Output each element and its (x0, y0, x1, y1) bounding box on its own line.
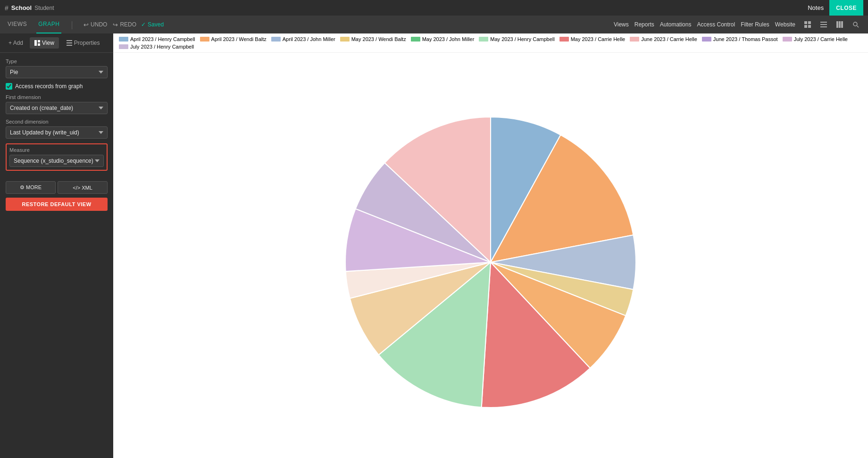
access-control-link[interactable]: Access Control (697, 21, 735, 28)
type-select[interactable]: Pie (6, 66, 108, 78)
legend-label: May 2023 / Henry Campbell (490, 36, 554, 42)
svg-rect-6 (820, 26, 827, 27)
first-dim-select[interactable]: Created on (create_date) (6, 102, 108, 114)
svg-rect-12 (34, 40, 37, 46)
grid-icon-button[interactable] (801, 18, 814, 31)
legend-color (783, 37, 792, 42)
school-name: School (11, 4, 32, 11)
columns-icon (836, 21, 843, 28)
sidebar-header: + Add View Properties (0, 33, 113, 53)
svg-rect-14 (38, 43, 40, 46)
legend-item: July 2023 / Carrie Helle (783, 36, 848, 42)
access-records-label: Access records from graph (15, 83, 83, 90)
list-icon-button[interactable] (817, 18, 830, 31)
search-icon-button[interactable] (849, 18, 862, 31)
search-icon (852, 21, 859, 28)
sidebar: + Add View Properties Type Pie (0, 33, 113, 458)
legend-item: June 2023 / Carrie Helle (630, 36, 697, 42)
svg-rect-8 (839, 21, 841, 28)
svg-rect-5 (820, 24, 827, 25)
chart-area: April 2023 / Henry CampbellApril 2023 / … (113, 33, 868, 458)
legend-item: April 2023 / John Miller (271, 36, 335, 42)
legend-label: April 2023 / John Miller (283, 36, 335, 42)
close-button[interactable]: CLOSE (829, 0, 863, 16)
measure-label: Measure (9, 147, 104, 153)
svg-rect-3 (808, 25, 811, 28)
svg-rect-17 (67, 45, 72, 46)
svg-point-10 (853, 22, 857, 26)
type-label: Type (6, 58, 108, 64)
legend-color (411, 37, 420, 42)
view-tab-button[interactable]: View (30, 37, 59, 49)
access-records-row: Access records from graph (6, 83, 108, 90)
access-records-checkbox[interactable] (6, 83, 12, 90)
svg-rect-13 (38, 40, 40, 42)
measure-select[interactable]: Sequence (x_studio_sequence) (9, 155, 104, 167)
legend-label: May 2023 / Carrie Helle (571, 36, 626, 42)
second-dim-group: Second dimension Last Updated by (write_… (6, 119, 108, 139)
filter-rules-link[interactable]: Filter Rules (741, 21, 769, 28)
toolbar-right: Views Reports Automations Access Control… (614, 18, 862, 31)
saved-indicator: ✓ Saved (141, 21, 164, 28)
legend-item: May 2023 / John Miller (411, 36, 475, 42)
legend-label: April 2023 / Henry Campbell (130, 36, 195, 42)
legend-color (340, 37, 350, 42)
legend-label: May 2023 / Wendi Baltz (351, 36, 406, 42)
svg-rect-7 (836, 21, 838, 28)
toolbar-actions: ↩ UNDO ↪ REDO ✓ Saved (83, 16, 164, 33)
tab-views[interactable]: VIEWS (6, 16, 29, 33)
more-button[interactable]: ⚙ MORE (6, 181, 56, 194)
add-button[interactable]: + Add (6, 38, 26, 48)
legend-item: May 2023 / Wendi Baltz (340, 36, 406, 42)
views-link[interactable]: Views (614, 21, 629, 28)
automations-link[interactable]: Automations (660, 21, 692, 28)
legend-color (200, 37, 209, 42)
legend-label: May 2023 / John Miller (422, 36, 475, 42)
svg-line-11 (857, 26, 859, 28)
legend-label: June 2023 / Carrie Helle (641, 36, 697, 42)
svg-rect-1 (808, 21, 811, 24)
legend-color (271, 37, 281, 42)
website-link[interactable]: Website (775, 21, 795, 28)
legend-item: May 2023 / Carrie Helle (559, 36, 626, 42)
top-bar: # School Student Notes CLOSE (0, 0, 868, 16)
legend: April 2023 / Henry CampbellApril 2023 / … (113, 33, 868, 53)
legend-item: May 2023 / Henry Campbell (479, 36, 554, 42)
legend-color (119, 37, 128, 42)
sidebar-content: Type Pie Access records from graph First… (0, 53, 113, 176)
divider: | (71, 20, 73, 30)
measure-section: Measure Sequence (x_studio_sequence) (6, 143, 108, 171)
undo-button[interactable]: ↩ UNDO (83, 16, 108, 33)
legend-color (559, 37, 569, 42)
restore-button[interactable]: RESTORE DEFAULT VIEW (6, 198, 108, 211)
reports-link[interactable]: Reports (634, 21, 654, 28)
grid-icon (804, 21, 811, 28)
sidebar-buttons: ⚙ MORE </> XML RESTORE DEFAULT VIEW (0, 176, 113, 216)
second-dim-select[interactable]: Last Updated by (write_uid) (6, 126, 108, 139)
properties-button[interactable]: Properties (63, 37, 104, 49)
pie-chart (326, 91, 656, 421)
top-bar-right: Notes CLOSE (802, 0, 863, 16)
legend-item: June 2023 / Thomas Passot (702, 36, 778, 42)
second-dim-label: Second dimension (6, 119, 108, 125)
columns-icon-button[interactable] (833, 18, 846, 31)
legend-color (479, 37, 488, 42)
svg-rect-0 (804, 21, 807, 24)
legend-label: June 2023 / Thomas Passot (713, 36, 778, 42)
legend-color (702, 37, 711, 42)
svg-rect-2 (804, 25, 807, 28)
xml-button[interactable]: </> XML (58, 181, 108, 194)
tab-graph[interactable]: GRAPH (36, 16, 61, 33)
notes-button[interactable]: Notes (802, 0, 829, 16)
btn-row: ⚙ MORE </> XML (6, 181, 108, 194)
legend-label: July 2023 / Carrie Helle (794, 36, 848, 42)
svg-rect-16 (67, 42, 72, 43)
properties-icon (67, 40, 72, 46)
legend-label: July 2023 / Henry Campbell (130, 44, 194, 50)
list-icon (820, 21, 827, 28)
legend-item: April 2023 / Wendi Baltz (200, 36, 267, 42)
second-bar: VIEWS GRAPH | ↩ UNDO ↪ REDO ✓ Saved View… (0, 16, 868, 33)
view-icon (34, 40, 40, 46)
redo-icon: ↪ (113, 21, 118, 28)
redo-button[interactable]: ↪ REDO (112, 16, 137, 33)
